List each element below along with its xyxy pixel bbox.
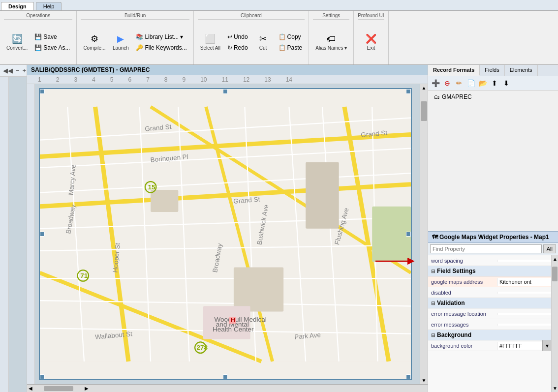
props-header-icon: 🗺: [432, 234, 438, 241]
scroll-down-btn[interactable]: ▼: [420, 377, 428, 384]
tab-design[interactable]: Design: [1, 2, 34, 10]
scroll-left-btn[interactable]: ◀: [27, 386, 34, 391]
left-side-area: [0, 77, 27, 392]
file-keywords-label: File Keywords...: [145, 44, 186, 51]
exit-label: Exit: [367, 45, 375, 51]
corner-handle-tr[interactable]: [406, 89, 411, 94]
undo-button[interactable]: ↩ Undo: [225, 32, 250, 42]
redo-button[interactable]: ↻ Redo: [225, 43, 250, 53]
props-section-field-settings[interactable]: ⊟ Field Settings: [428, 266, 551, 276]
svg-text:278: 278: [196, 344, 208, 351]
corner-handle-bm[interactable]: [223, 374, 228, 379]
background-color-dropdown[interactable]: ▾: [542, 340, 551, 351]
props-scroll-thumb[interactable]: [552, 267, 558, 281]
save-button[interactable]: 💾 Save: [32, 32, 72, 42]
tree-label-gmaprec: GMAPREC: [442, 93, 472, 100]
save-as-button[interactable]: 💾 Save As...: [32, 43, 72, 53]
library-list-button[interactable]: 📚 Library List... ▾: [133, 32, 189, 42]
canvas-content: Woodhull Medical and Mental Health Cente…: [27, 84, 428, 384]
canvas-frame: Woodhull Medical and Mental Health Cente…: [39, 88, 412, 380]
corner-handle-tm[interactable]: [223, 89, 228, 94]
compile-label: Compile...: [83, 45, 105, 51]
folder-record-btn[interactable]: 📂: [477, 78, 488, 89]
canvas-scrollbar-vertical[interactable]: ▲ ▼: [420, 84, 428, 384]
props-row-error-message-location: error message location: [428, 308, 551, 319]
svg-text:71: 71: [80, 272, 88, 279]
main-layout: ◀◀ − + SALIB/QDDSSRC (GMDTEST) - GMAPREC…: [0, 65, 558, 392]
paste-icon: 📋: [279, 44, 286, 51]
error-message-location-value[interactable]: [497, 313, 551, 315]
red-arrow-indicator: [375, 254, 415, 270]
toolbar-clipboard: Clipboard ⬜ Select All ↩ Undo ↻ Redo ✂ C…: [194, 11, 310, 64]
compile-button[interactable]: ⚙ Compile...: [81, 32, 108, 52]
error-messages-value[interactable]: [497, 324, 551, 326]
copy-record-btn[interactable]: 📄: [465, 78, 476, 89]
exit-button[interactable]: ❌ Exit: [360, 32, 382, 52]
scroll-thumb-v[interactable]: [421, 101, 427, 121]
select-all-button[interactable]: ⬜ Select All: [198, 32, 223, 52]
props-section-validation[interactable]: ⊟ Validation: [428, 298, 551, 308]
copy-button[interactable]: 📋 Copy: [276, 32, 305, 42]
props-scroll-up[interactable]: ▲: [552, 255, 558, 263]
edit-record-btn[interactable]: ✏: [454, 78, 465, 89]
props-container: word spacing ⊟ Field Settings google map…: [428, 255, 558, 392]
tab-help[interactable]: Help: [36, 2, 62, 10]
launch-button[interactable]: ▶ Launch: [110, 32, 131, 52]
props-row-google-maps-address: google maps address Kitchener ont: [428, 276, 551, 287]
word-spacing-value[interactable]: [497, 260, 551, 262]
corner-handle-tl[interactable]: [40, 89, 45, 94]
undo-icon: ↩: [227, 33, 232, 40]
left-arrow-icon[interactable]: ◀◀: [1, 66, 14, 75]
corner-handle-br[interactable]: [406, 374, 411, 379]
google-maps-address-value[interactable]: Kitchener ont: [497, 278, 551, 286]
alias-names-button[interactable]: 🏷 Alias Names ▾: [313, 32, 349, 52]
save-label: Save: [43, 33, 57, 40]
convert-button[interactable]: 🔄 Convert...: [4, 32, 30, 52]
top-tabbar: Design Help: [0, 0, 558, 11]
props-search-btn[interactable]: All: [543, 244, 556, 253]
move-up-btn[interactable]: ⬆: [489, 78, 500, 89]
right-tabbar: Record Formats Fields Elements: [428, 65, 558, 76]
cut-button[interactable]: ✂ Cut: [252, 32, 274, 52]
props-scroll[interactable]: word spacing ⊟ Field Settings google map…: [428, 255, 551, 392]
minus-icon[interactable]: −: [14, 66, 21, 75]
props-scroll-down[interactable]: ▼: [552, 385, 558, 392]
paste-button[interactable]: 📋 Paste: [276, 43, 305, 53]
collapse-field-settings-icon: ⊟: [431, 269, 435, 274]
props-scrollbar[interactable]: ▲ ▼: [551, 255, 558, 392]
scroll-up-btn[interactable]: ▲: [420, 84, 428, 91]
convert-label: Convert...: [6, 45, 28, 51]
canvas-scrollbar-horizontal[interactable]: ◀ ▶: [27, 384, 428, 392]
canvas-area: SALIB/QDDSSRC (GMDTEST) - GMAPREC 123456…: [27, 65, 428, 392]
svg-text:H: H: [230, 316, 235, 324]
corner-handle-bl[interactable]: [40, 374, 45, 379]
ruler-vertical: [0, 77, 9, 392]
alias-names-label: Alias Names ▾: [315, 45, 347, 51]
svg-rect-23: [234, 268, 283, 312]
disabled-value[interactable]: [497, 292, 551, 294]
corner-handle-ml[interactable]: [40, 232, 45, 237]
collapse-background-icon: ⊟: [431, 332, 435, 338]
file-keywords-button[interactable]: 🔑 File Keywords...: [133, 43, 189, 53]
clipboard-buttons: ⬜ Select All ↩ Undo ↻ Redo ✂ Cut 📋: [198, 22, 305, 62]
tab-record-formats[interactable]: Record Formats: [428, 65, 480, 76]
scroll-thumb-h[interactable]: [44, 386, 73, 391]
operations-label: Operations: [4, 13, 72, 20]
add-record-btn[interactable]: ➕: [430, 78, 441, 89]
buildrun-label: Build/Run: [81, 13, 189, 20]
collapse-validation-icon: ⊟: [431, 301, 435, 306]
tab-fields[interactable]: Fields: [480, 65, 504, 76]
remove-record-btn[interactable]: ⊖: [442, 78, 453, 89]
corner-handle-mr[interactable]: [406, 232, 411, 237]
props-section-background[interactable]: ⊟ Background: [428, 330, 551, 340]
library-list-icon: 📚: [136, 33, 143, 40]
move-down-btn[interactable]: ⬇: [501, 78, 512, 89]
props-search-input[interactable]: [430, 244, 542, 253]
canvas-title: SALIB/QDDSSRC (GMDTEST) - GMAPREC: [27, 65, 428, 75]
toolbar-buildrun: Build/Run ⚙ Compile... ▶ Launch 📚 Librar…: [77, 11, 193, 64]
tree-item-gmaprec[interactable]: 🗂 GMAPREC: [432, 92, 554, 101]
tab-elements[interactable]: Elements: [505, 65, 538, 76]
svg-text:15: 15: [148, 183, 155, 191]
word-spacing-label: word spacing: [428, 257, 497, 265]
scroll-right-btn[interactable]: ▶: [83, 386, 90, 391]
